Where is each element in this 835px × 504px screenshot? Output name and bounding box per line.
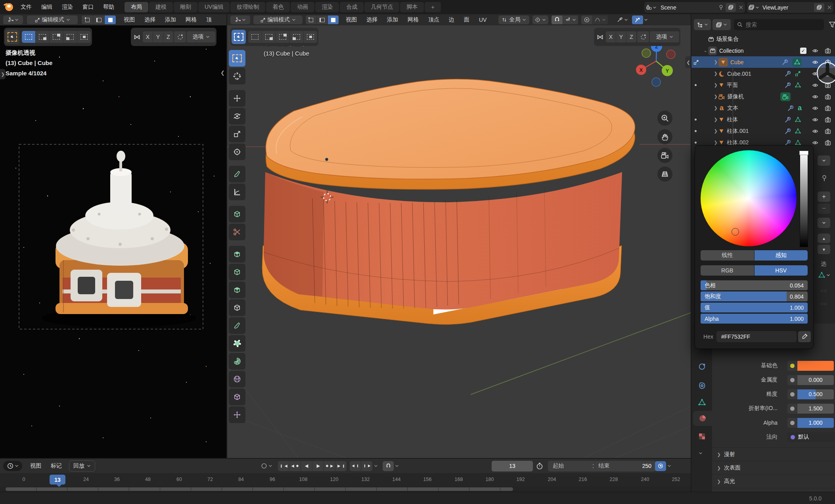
collection-checkbox[interactable]: ✓: [800, 48, 806, 54]
row-cylinder[interactable]: ❯ 柱体: [691, 114, 835, 125]
timeline-snap-toggle[interactable]: [383, 461, 394, 471]
menu-face[interactable]: 面: [459, 15, 474, 25]
pan-button[interactable]: [657, 129, 672, 144]
value-slider[interactable]: [800, 150, 808, 247]
tool-knife[interactable]: [229, 317, 245, 334]
workspace-tab-geometrynodes[interactable]: 几何节点: [364, 2, 399, 12]
scene-unlink-button[interactable]: ✕: [738, 4, 743, 11]
mirror-x-button[interactable]: X: [606, 31, 616, 42]
tool-inset[interactable]: [229, 264, 245, 280]
menu-edit[interactable]: 编辑: [36, 2, 57, 12]
mirror-icon[interactable]: ⋈: [595, 33, 605, 41]
render-visibility-icon[interactable]: [825, 105, 831, 111]
hide-icon[interactable]: [812, 117, 818, 123]
snap-dashed-icon[interactable]: [174, 31, 186, 42]
alpha-slider[interactable]: Alpha1.000: [701, 314, 808, 324]
mode-dropdown[interactable]: 编辑模式: [253, 15, 303, 24]
mirror-icon[interactable]: ⋈: [132, 33, 142, 41]
tab-physics[interactable]: [695, 360, 708, 373]
tool-add-cube[interactable]: [229, 206, 245, 222]
menu-window[interactable]: 窗口: [78, 2, 98, 12]
gizmos-dropdown[interactable]: [614, 15, 630, 24]
tool-rip[interactable]: [229, 224, 245, 240]
tool-smooth[interactable]: [229, 371, 245, 387]
edge-select-button[interactable]: [317, 15, 327, 24]
mesh-data-icon[interactable]: [795, 82, 801, 88]
editor-type-button[interactable]: [3, 15, 23, 24]
outliner-filter-mode[interactable]: [712, 19, 730, 30]
camera-data-icon[interactable]: [780, 92, 791, 101]
viewport-menu-view[interactable]: 视图: [119, 15, 140, 25]
prev-frame-button[interactable]: [350, 461, 361, 471]
alpha-value[interactable]: 1.000: [797, 418, 834, 428]
workspace-tab-animation[interactable]: 动画: [291, 2, 314, 12]
modifier-icon[interactable]: [785, 71, 791, 77]
modifier-icon[interactable]: [782, 59, 788, 65]
menu-mesh[interactable]: 网格: [403, 15, 423, 25]
outliner-display-mode[interactable]: [694, 19, 711, 30]
play-button[interactable]: [312, 461, 324, 471]
ortho-toggle-button[interactable]: [657, 167, 672, 182]
playback-dropdown[interactable]: 回放: [69, 460, 95, 471]
viewlayer-copy-button[interactable]: [814, 3, 824, 12]
section-specular[interactable]: ❯高光: [712, 474, 835, 488]
color-wheel[interactable]: [701, 150, 797, 246]
workspace-tab-shading[interactable]: 着色: [266, 2, 290, 12]
workspace-tab-modeling[interactable]: 建模: [149, 2, 173, 12]
mesh-data-icon[interactable]: [792, 58, 802, 67]
pivot-dropdown[interactable]: [532, 15, 548, 24]
render-visibility-icon[interactable]: [825, 71, 831, 77]
move-down-button[interactable]: ▼: [818, 245, 830, 254]
current-frame-marker[interactable]: 13: [50, 475, 65, 485]
timeline-scrollbar[interactable]: [0, 487, 691, 492]
grip-handle[interactable]: ∷∷: [821, 289, 835, 293]
timeline-editor-type[interactable]: [3, 461, 22, 471]
tool-poly-build[interactable]: [229, 335, 245, 352]
menu-select[interactable]: 选择: [362, 15, 382, 25]
base-color-swatch[interactable]: [797, 361, 834, 371]
modifier-icon[interactable]: [787, 105, 794, 111]
zoom-button[interactable]: [657, 111, 672, 126]
play-reverse-button[interactable]: [301, 461, 312, 471]
viewport-3d-content[interactable]: 用户透视 (局部) (13) Cube | Cube Z X Y: [227, 25, 691, 458]
workspace-tab-sculpt[interactable]: 雕刻: [174, 2, 197, 12]
select-intersect-mode[interactable]: [304, 31, 317, 43]
workspace-tab-scripting[interactable]: 脚本: [400, 2, 424, 12]
viewlayer-remove-button[interactable]: ✕: [827, 4, 832, 11]
vertex-select-button[interactable]: [306, 15, 316, 24]
render-visibility-icon[interactable]: [825, 94, 831, 100]
mesh-data-icon[interactable]: [795, 117, 801, 123]
select-subtract-mode[interactable]: [50, 31, 63, 43]
hide-icon[interactable]: [812, 59, 818, 65]
tool-rotate[interactable]: [229, 108, 245, 125]
section-diffuse[interactable]: ❯漫射: [712, 447, 835, 461]
tool-spin[interactable]: [229, 353, 245, 370]
menu-add[interactable]: 添加: [382, 15, 403, 25]
menu-render[interactable]: 渲染: [57, 2, 78, 12]
row-scene-collection[interactable]: 场景集合: [691, 33, 835, 45]
select-subtract-mode[interactable]: [276, 31, 289, 43]
select-extend-mode[interactable]: [262, 31, 276, 43]
move-up-button[interactable]: ▲: [818, 234, 830, 243]
autokey-scene-button[interactable]: [655, 461, 666, 471]
modifier-icon[interactable]: [785, 128, 791, 134]
mirror-y-button[interactable]: Y: [616, 31, 626, 42]
tab-object-data[interactable]: [695, 396, 708, 408]
tool-annotate[interactable]: [229, 166, 245, 182]
section-subsurface[interactable]: ❯次表面: [712, 461, 835, 475]
menu-file[interactable]: 文件: [16, 2, 36, 12]
metallic-value[interactable]: 0.000: [797, 375, 834, 385]
row-text[interactable]: ❯ a 文本 a: [691, 102, 835, 114]
workspace-add-button[interactable]: +: [425, 2, 440, 12]
space-linear[interactable]: 线性: [701, 250, 754, 261]
roughness-value[interactable]: 0.500: [797, 389, 834, 399]
render-visibility-icon[interactable]: [825, 140, 831, 146]
tab-material[interactable]: [693, 411, 712, 426]
camera-view-button[interactable]: [657, 148, 672, 163]
viewlayer-selector[interactable]: ViewLayer ✕: [747, 2, 833, 13]
add-slot-button[interactable]: +: [818, 192, 830, 202]
pin-icon[interactable]: [718, 4, 724, 10]
mirror-z-button[interactable]: Z: [163, 31, 173, 42]
space-perceptual[interactable]: 感知: [755, 250, 808, 261]
hide-icon[interactable]: [812, 82, 818, 88]
